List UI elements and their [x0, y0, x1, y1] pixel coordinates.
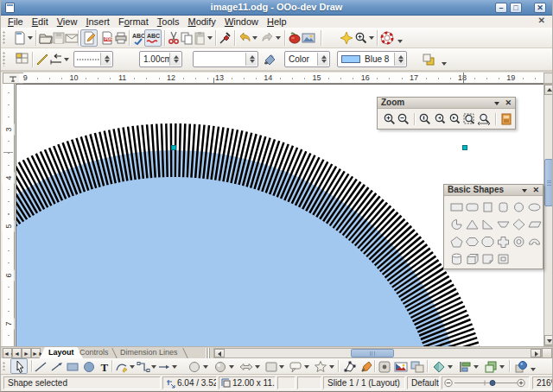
scroll-right-icon[interactable]: [531, 349, 541, 357]
tab-dimension-lines[interactable]: Dimension Lines: [120, 347, 178, 359]
line-style-select[interactable]: [73, 51, 113, 67]
close-button[interactable]: ✕: [534, 3, 546, 13]
block-arrows-icon[interactable]: [239, 360, 253, 374]
shape-ellipse[interactable]: [527, 200, 542, 214]
menu-window[interactable]: Window: [220, 16, 263, 28]
export-pdf-icon[interactable]: PDF: [100, 31, 114, 45]
alignment-icon[interactable]: [458, 360, 472, 374]
vertical-scrollbar-thumb[interactable]: [544, 159, 553, 206]
toolbar-grip[interactable]: [3, 362, 6, 370]
menu-insert[interactable]: Insert: [81, 16, 114, 28]
connector-tool-icon[interactable]: [137, 360, 150, 374]
redo-icon[interactable]: [261, 31, 275, 45]
flowchart-icon[interactable]: [264, 360, 278, 374]
shape-frame[interactable]: [496, 252, 511, 266]
shape-hexagon[interactable]: [465, 235, 480, 249]
shape-square[interactable]: [480, 200, 495, 214]
open-icon[interactable]: [39, 31, 53, 45]
previous-page-icon[interactable]: ◄: [12, 348, 22, 358]
horizontal-scrollbar-thumb[interactable]: [351, 349, 394, 357]
save-icon[interactable]: [52, 31, 66, 45]
help-icon[interactable]: [380, 31, 394, 45]
arrow-tool-icon[interactable]: [50, 360, 64, 374]
line-tool-icon[interactable]: [34, 360, 48, 374]
new-document-icon[interactable]: [13, 31, 27, 45]
undo-dropdown-icon[interactable]: [252, 36, 257, 40]
undo-icon[interactable]: [238, 31, 251, 45]
last-page-icon[interactable]: ►►: [31, 348, 41, 358]
palette-close-icon[interactable]: ✕: [505, 98, 512, 108]
symbol-shapes-dropdown-icon[interactable]: [229, 365, 234, 369]
area-dialog-icon[interactable]: [263, 53, 276, 66]
scroll-down-icon[interactable]: [544, 335, 553, 345]
arrow-style-icon[interactable]: [49, 53, 63, 66]
shape-octagon[interactable]: [480, 235, 495, 249]
edit-file-icon[interactable]: [80, 29, 98, 47]
navigator-icon[interactable]: [340, 31, 353, 45]
alignment-dropdown-icon[interactable]: [474, 365, 479, 369]
zoom-dropdown-icon[interactable]: [369, 36, 374, 40]
from-file-icon[interactable]: [394, 360, 408, 374]
shape-cylinder[interactable]: [449, 252, 464, 266]
shape-block-arc[interactable]: [527, 235, 542, 249]
new-dropdown-icon[interactable]: [28, 36, 33, 40]
toolbar-overflow-icon[interactable]: [397, 40, 403, 43]
menu-tools[interactable]: Tools: [153, 16, 184, 28]
close-document-icon[interactable]: ✕: [538, 16, 545, 25]
menu-modify[interactable]: Modify: [183, 16, 219, 28]
cut-icon[interactable]: [167, 31, 181, 45]
zoom-in-icon[interactable]: [383, 112, 397, 126]
zoom-page-width-icon[interactable]: [477, 112, 491, 126]
minimize-button[interactable]: –: [495, 3, 507, 13]
first-page-icon[interactable]: ◄◄: [3, 348, 12, 358]
connector-dropdown-icon[interactable]: [151, 365, 156, 369]
basic-shapes-icon[interactable]: [188, 360, 201, 374]
menu-view[interactable]: View: [53, 16, 82, 28]
shape-rectangle[interactable]: [449, 200, 464, 214]
paste-dropdown-icon[interactable]: [207, 36, 213, 40]
toolbar-grip[interactable]: [3, 31, 6, 44]
rotate-icon[interactable]: [432, 360, 446, 374]
block-arrows-dropdown-icon[interactable]: [255, 365, 260, 369]
shapes-palette-titlebar[interactable]: Basic Shapes✕: [444, 185, 543, 196]
horizontal-ruler[interactable]: 9 10 11 12 13 14 15 16 17 18 19: [23, 73, 543, 84]
menu-format[interactable]: Format: [114, 16, 153, 28]
object-zoom-icon[interactable]: [499, 112, 513, 126]
spellcheck-icon[interactable]: ABC: [131, 31, 145, 45]
line-width-input[interactable]: 1.00cm: [139, 51, 182, 67]
shape-diamond[interactable]: [512, 218, 526, 231]
insert-picture-icon[interactable]: [302, 31, 315, 45]
zoom-next-icon[interactable]: [448, 112, 461, 126]
menu-edit[interactable]: Edit: [28, 16, 53, 28]
shape-circle-pie[interactable]: [449, 218, 464, 231]
symbol-shapes-icon[interactable]: [213, 360, 227, 374]
gallery-icon[interactable]: [288, 31, 302, 45]
area-style-select[interactable]: Color: [284, 51, 330, 67]
palette-menu-icon[interactable]: [522, 189, 527, 193]
fill-color-select[interactable]: Blue 8: [337, 51, 407, 67]
line-dialog-icon[interactable]: [35, 53, 49, 66]
tab-splitter[interactable]: [206, 348, 210, 358]
shape-regular-pentagon[interactable]: [449, 235, 464, 249]
tab-controls[interactable]: Controls: [79, 347, 109, 359]
toolbar-overflow-icon[interactable]: [442, 62, 447, 66]
redo-dropdown-icon[interactable]: [276, 36, 281, 40]
auto-spellcheck-icon[interactable]: ABC: [144, 29, 162, 47]
lines-arrows-dropdown-icon[interactable]: [172, 365, 177, 369]
lines-arrows-icon[interactable]: [157, 360, 171, 374]
curve-tool-icon[interactable]: [115, 360, 129, 374]
line-color-select[interactable]: [193, 51, 258, 67]
basic-shapes-dropdown-icon[interactable]: [203, 365, 208, 369]
tab-layout[interactable]: Layout: [39, 347, 84, 359]
edit-points-icon[interactable]: [343, 360, 357, 374]
menu-file[interactable]: File: [3, 16, 28, 28]
arrow-style-dropdown-icon[interactable]: [64, 58, 69, 61]
horizontal-scrollbar[interactable]: [213, 348, 542, 358]
palette-close-icon[interactable]: ✕: [532, 185, 539, 195]
shape-trapezoid[interactable]: [496, 218, 511, 231]
zoom-slider[interactable]: [442, 376, 530, 389]
page-style[interactable]: Default: [407, 376, 440, 389]
flowchart-dropdown-icon[interactable]: [279, 365, 284, 369]
shape-square-rounded[interactable]: [496, 200, 511, 214]
rotate-dropdown-icon[interactable]: [448, 365, 453, 369]
